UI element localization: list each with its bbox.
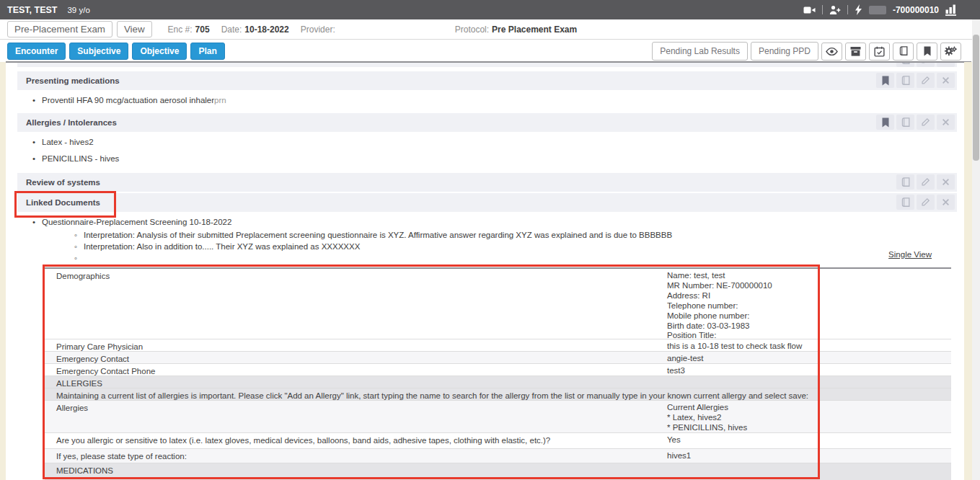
table-row: Are you allergic or sensitive to latex (… [45, 433, 951, 449]
row-value-line: test3 [667, 366, 941, 376]
titlebar-actions: -700000010 [803, 0, 956, 19]
section-close-button[interactable] [937, 195, 955, 210]
provider-value-redacted [335, 25, 443, 35]
questionnaire-embedded-table: embeds entire Questionnaire contents (de… [45, 267, 951, 480]
bar-chart-icon [945, 4, 956, 14]
row-value: Name: test, testMR Number: NE-700000010A… [667, 271, 941, 341]
toolbar-button-pending-ppd[interactable]: Pending PPD [751, 42, 818, 61]
row-value-line: angie-test [667, 354, 941, 364]
scrollbar-thumb[interactable] [973, 35, 979, 161]
row-value: angie-test [667, 354, 941, 364]
row-label: Primary Care Physician [56, 342, 648, 352]
calendar-check-icon [874, 46, 885, 57]
row-label: Allergies [56, 403, 648, 413]
close-icon [942, 63, 950, 63]
table-row: Maintaining a current list of allergies … [45, 388, 951, 401]
book-icon [901, 76, 911, 86]
section-book-button[interactable] [896, 115, 914, 130]
row-value-line: hives1 [667, 451, 941, 461]
interpretation-item-empty: ◦ [74, 254, 84, 262]
pencil-icon [921, 117, 930, 127]
table-row: If yes, please state type of reaction:hi… [45, 449, 951, 463]
section-header-allergies-intolerances[interactable]: Allergies / Intolerances [17, 113, 957, 132]
bullet-marker: • [32, 154, 42, 163]
bullet-text: Latex - hives2 [42, 138, 94, 146]
toolbar-gears-button[interactable] [940, 43, 961, 61]
exam-type-button[interactable]: Pre-Placement Exam [7, 21, 112, 37]
bullet-marker: • [32, 138, 42, 146]
bullet-text: Interpretation: Analysis of their submit… [84, 231, 672, 239]
nav-button-encounter[interactable]: Encounter [7, 43, 66, 60]
gears-icon [945, 46, 957, 57]
single-view-link[interactable]: Single View [888, 250, 932, 259]
section-pencil-button[interactable] [917, 73, 935, 88]
protocol-value: Pre Placement Exam [492, 25, 577, 35]
book-icon [901, 177, 911, 187]
list-item: •PENICILLINS - hives [32, 154, 119, 163]
nav-button-objective[interactable]: Objective [132, 43, 187, 60]
patient-name: TEST, TEST [7, 5, 57, 15]
close-icon [942, 76, 950, 84]
ehr-encounter-page: { "colors": { "accent_blue": "#2898d5", … [0, 0, 980, 480]
row-value-line: * PENICILLINS, hives [667, 423, 941, 433]
section-pencil-button[interactable] [917, 195, 935, 210]
view-button[interactable]: View [117, 21, 152, 37]
toolbar-eye-button[interactable] [821, 43, 842, 61]
section-book-button[interactable] [896, 195, 914, 210]
section-pencil-button[interactable] [917, 63, 935, 67]
left-margin-strip [0, 62, 6, 480]
toolbar-book-button[interactable] [893, 43, 914, 61]
nav-buttons: EncounterSubjectiveObjectivePlan [7, 43, 229, 60]
section-bookmark-button[interactable] [876, 115, 894, 130]
section-pencil-button[interactable] [917, 174, 935, 190]
section-pencil-button[interactable] [917, 115, 935, 130]
bullet-marker: ◦ [74, 242, 84, 251]
section-title: Allergies / Intolerances [26, 118, 117, 127]
list-item: •Latex - hives2 [32, 138, 94, 146]
section-actions [876, 115, 955, 130]
table-row: ALLERGIES [45, 376, 951, 388]
titlebar-separator [847, 5, 848, 14]
section-header-hpi[interactable]: HPI [17, 63, 957, 67]
section-header-presenting-medications[interactable]: Presenting medications [17, 71, 957, 90]
table-row: AllergiesCurrent Allergies* Latex, hives… [45, 401, 951, 433]
section-book-button[interactable] [896, 73, 914, 88]
section-close-button[interactable] [937, 63, 955, 67]
toolbar-bookmark-button[interactable] [917, 43, 937, 61]
encounter-nav-bar: EncounterSubjectiveObjectivePlan Pending… [0, 40, 980, 62]
row-value-line: Birth date: 03-03-1983 [667, 321, 941, 332]
person-add-icon[interactable] [829, 5, 841, 15]
eye-icon [826, 47, 838, 56]
section-header-review-of-systems[interactable]: Review of systems [17, 173, 957, 192]
toolbar-button-pending-lab-results[interactable]: Pending Lab Results [652, 42, 748, 61]
mr-number-redacted-prefix [869, 6, 886, 14]
bullet-text-muted: prn [214, 96, 226, 105]
date-value: 10-18-2022 [244, 25, 288, 35]
section-actions [896, 63, 955, 67]
row-value: test3 [667, 366, 941, 376]
date-label: Date: [221, 25, 242, 35]
section-bookmark-button[interactable] [876, 73, 894, 88]
section-header-linked-documents[interactable]: Linked Documents [17, 193, 957, 212]
section-actions [896, 195, 955, 210]
toolbar-archive-button[interactable] [845, 43, 866, 61]
section-book-button[interactable] [896, 63, 914, 67]
open-chart-link[interactable] [945, 4, 956, 16]
row-value-line: Mobile phone number: [667, 311, 941, 321]
section-close-button[interactable] [937, 115, 955, 130]
toolbar-calendar-check-button[interactable] [869, 43, 890, 61]
pencil-icon [921, 76, 930, 85]
video-camera-icon[interactable] [803, 5, 816, 15]
section-book-button[interactable] [896, 174, 914, 190]
nav-button-subjective[interactable]: Subjective [69, 43, 128, 60]
nav-button-plan[interactable]: Plan [190, 43, 224, 60]
row-value: Yes [667, 435, 941, 445]
table-row: Emergency Contactangie-test [45, 352, 951, 364]
lightning-icon[interactable] [855, 4, 862, 15]
bookmark-icon [881, 117, 890, 128]
bullet-marker: • [32, 96, 42, 105]
protocol-label: Protocol: [455, 25, 489, 35]
interpretation-item: ◦Interpretation: Analysis of their submi… [74, 231, 672, 239]
section-close-button[interactable] [937, 174, 955, 190]
section-close-button[interactable] [937, 73, 955, 88]
